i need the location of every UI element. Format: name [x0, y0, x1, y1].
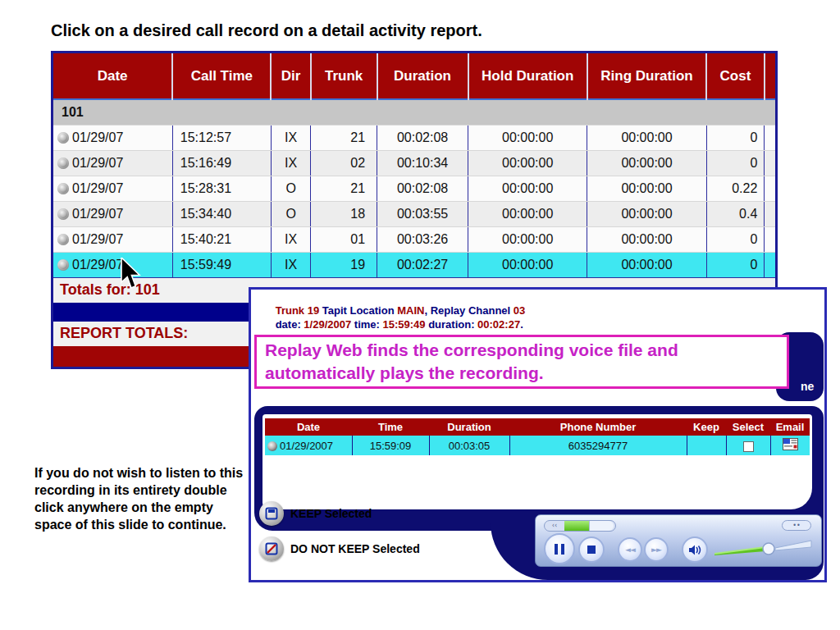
volume-slider[interactable] [714, 536, 815, 563]
mute-button[interactable] [682, 536, 708, 563]
speaker-icon [57, 208, 69, 220]
extension-group-label: 101 [53, 99, 775, 125]
cell-call-time: 15:34:40 [172, 201, 271, 226]
col-extra [765, 53, 775, 99]
call-record-row[interactable]: 01/29/07 15:16:49 IX 02 00:10:34 00:00:0… [53, 150, 775, 176]
player-options-button[interactable]: •• [782, 520, 811, 531]
side-note: If you do not wish to listen to this rec… [34, 464, 249, 533]
previous-icon: ◄◄ [625, 546, 635, 554]
seek-bar[interactable]: ‹‹ [544, 520, 616, 532]
cell-duration: 00:03:26 [377, 226, 468, 252]
cell-cost: 0 [706, 252, 765, 277]
cell-duration: 00:02:27 [377, 252, 468, 277]
rec-col-duration: Duration [429, 418, 509, 436]
cell-cost: 0 [706, 226, 765, 252]
stop-button[interactable] [578, 536, 605, 563]
col-call-time: Call Time [172, 53, 271, 99]
report-header-row: Date Call Time Dir Trunk Duration Hold D… [53, 53, 775, 99]
rec-col-select: Select [726, 418, 770, 436]
cell-trunk: 18 [311, 201, 377, 226]
callout-note: Replay Web finds the corresponding voice… [254, 335, 789, 389]
cell-hold-duration: 00:00:00 [468, 150, 587, 176]
cell-duration: 00:02:08 [377, 125, 468, 150]
report-table: Date Call Time Dir Trunk Duration Hold D… [53, 53, 775, 278]
rec-col-phone: Phone Number [509, 418, 687, 436]
cell-call-time: 15:59:49 [172, 252, 271, 277]
speaker-volume-icon [688, 544, 702, 556]
cell-date: 01/29/07 [72, 207, 123, 221]
cell-hold-duration: 00:00:00 [468, 252, 587, 277]
call-record-row[interactable]: 01/29/07 15:12:57 IX 21 00:02:08 00:00:0… [53, 125, 775, 150]
cell-call-time: 15:28:31 [172, 176, 271, 201]
seek-progress [564, 521, 589, 531]
recording-row[interactable]: 01/29/2007 15:59:09 00:03:05 6035294777 [265, 436, 810, 455]
keep-selected-label[interactable]: KEEP Selected [290, 507, 372, 520]
cell-hold-duration: 00:00:00 [468, 226, 587, 252]
mouse-cursor-icon [120, 258, 143, 295]
col-cost: Cost [706, 53, 765, 99]
call-record-row[interactable]: 01/29/07 15:40:21 IX 01 00:03:26 00:00:0… [53, 226, 775, 252]
call-record-row[interactable]: 01/29/07 15:34:40 O 18 00:03:55 00:00:00… [53, 201, 775, 226]
cell-hold-duration: 00:00:00 [468, 125, 587, 150]
seek-rewind-icon: ‹‹ [545, 521, 564, 531]
select-checkbox[interactable] [743, 441, 754, 452]
col-trunk: Trunk [311, 53, 377, 99]
speaker-icon [57, 259, 69, 271]
rec-duration: 00:03:05 [429, 436, 509, 455]
rec-col-date: Date [265, 418, 352, 436]
slide-title: Click on a desired call record on a deta… [51, 21, 482, 40]
cell-ring-duration: 00:00:00 [587, 201, 706, 226]
cell-date: 01/29/07 [72, 232, 123, 246]
cell-trunk: 19 [311, 252, 377, 277]
cell-hold-duration: 00:00:00 [468, 176, 587, 201]
cell-trunk: 02 [311, 150, 377, 176]
do-not-keep-selected-button[interactable] [259, 536, 284, 561]
rec-phone: 6035294777 [509, 436, 687, 455]
cell-duration: 00:02:08 [377, 176, 468, 201]
volume-handle[interactable] [763, 543, 774, 555]
call-record-row[interactable]: 01/29/07 15:28:31 O 21 00:02:08 00:00:00… [53, 176, 775, 201]
rec-keep-cell [687, 436, 726, 455]
cell-hold-duration: 00:00:00 [468, 201, 587, 226]
cell-ring-duration: 00:00:00 [587, 252, 706, 277]
rec-time: 15:59:09 [352, 436, 429, 455]
rec-date: 01/29/2007 [280, 440, 333, 452]
next-icon: ►► [651, 546, 661, 554]
speaker-icon [267, 441, 277, 451]
keep-selected-button[interactable] [259, 501, 284, 526]
cell-date: 01/29/07 [72, 181, 123, 195]
stop-icon [587, 546, 596, 554]
cell-cost: 0 [706, 125, 765, 150]
speaker-icon [57, 183, 69, 194]
cell-ring-duration: 00:00:00 [587, 150, 706, 176]
do-not-keep-selected-label[interactable]: DO NOT KEEP Selected [290, 542, 420, 555]
col-hold-duration: Hold Duration [468, 53, 587, 99]
media-player: ‹‹ •• ◄◄ ►► [535, 514, 822, 567]
col-dir: Dir [271, 53, 310, 99]
cell-date: 01/29/07 [72, 130, 123, 144]
cell-trunk: 21 [311, 125, 377, 150]
cell-trunk: 21 [311, 176, 377, 201]
replay-web-panel: Trunk 19 Tapit Location MAIN, Replay Cha… [249, 287, 827, 582]
cell-duration: 00:10:34 [377, 150, 468, 176]
cell-dir: IX [271, 252, 310, 277]
email-icon[interactable] [783, 438, 798, 450]
previous-track-button[interactable]: ◄◄ [618, 537, 642, 562]
keep-disk-icon [265, 507, 278, 520]
home-tab-partial-label: ne [801, 380, 814, 393]
col-date: Date [53, 53, 172, 99]
rec-col-time: Time [352, 418, 429, 436]
cell-date: 01/29/07 [72, 258, 123, 272]
call-record-row-selected[interactable]: 01/29/07 15:59:49 IX 19 00:02:27 00:00:0… [53, 252, 775, 277]
cell-duration: 00:03:55 [377, 201, 468, 226]
recordings-table: Date Time Duration Phone Number Keep Sel… [265, 418, 810, 455]
extension-group-row: 101 [53, 99, 775, 125]
cell-call-time: 15:16:49 [172, 150, 271, 176]
rec-col-keep: Keep [687, 418, 726, 436]
speaker-icon [57, 234, 69, 245]
next-track-button[interactable]: ►► [644, 537, 669, 562]
speaker-icon [57, 132, 69, 144]
recordings-header-row: Date Time Duration Phone Number Keep Sel… [265, 418, 810, 436]
cell-dir: O [271, 201, 310, 226]
pause-button[interactable] [544, 533, 575, 564]
